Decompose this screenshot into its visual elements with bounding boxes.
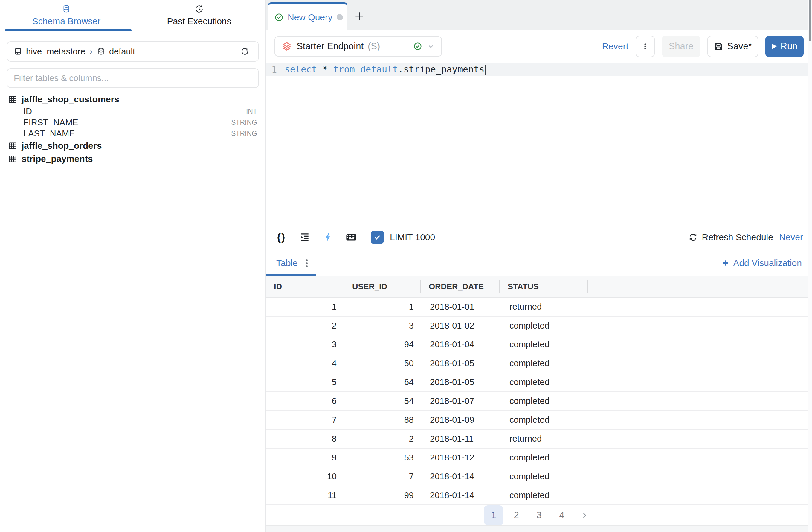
sql-editor-app: Schema Browser Past Executions (0, 0, 812, 532)
revert-button[interactable]: Revert (602, 41, 628, 52)
tab-table-results[interactable]: Table (266, 250, 316, 276)
schema-column-item[interactable]: LAST_NAME STRING (8, 128, 259, 139)
cell-id: 3 (266, 340, 344, 349)
cell-status: returned (500, 434, 588, 444)
cell-status: completed (500, 415, 588, 425)
page-button[interactable]: 4 (552, 505, 571, 525)
sidebar: Schema Browser Past Executions (0, 0, 266, 532)
table-row: 1 1 2018-01-01 returned (266, 298, 812, 317)
cell-id: 9 (266, 453, 344, 463)
share-button[interactable]: Share (662, 36, 700, 57)
format-code-button[interactable]: {} (275, 232, 288, 243)
next-page-button[interactable] (575, 505, 594, 525)
cell-id: 1 (266, 302, 344, 312)
cell-order-date: 2018-01-11 (421, 434, 500, 444)
breadcrumb-separator: › (89, 47, 93, 56)
run-button[interactable]: Run (765, 36, 803, 57)
indent-button[interactable] (299, 232, 311, 243)
column-type: STRING (231, 129, 259, 138)
database-icon (62, 4, 71, 13)
tab-new-query[interactable]: New Query (268, 2, 347, 30)
cell-order-date: 2018-01-14 (421, 472, 500, 481)
page-button[interactable]: 3 (529, 505, 549, 525)
save-button[interactable]: Save* (707, 36, 758, 57)
cell-status: completed (500, 321, 588, 331)
page-button[interactable]: 1 (484, 505, 504, 525)
table-tab-kebab-icon[interactable] (306, 260, 308, 267)
cell-status: completed (500, 490, 588, 500)
cell-order-date: 2018-01-12 (421, 453, 500, 463)
add-tab-button[interactable] (347, 2, 371, 30)
sidebar-tab-label: Past Executions (167, 16, 231, 26)
table-name: jaffle_shop_customers (21, 94, 119, 104)
schema-table-item[interactable]: stripe_payments (8, 152, 259, 166)
refresh-schedule-label: Refresh Schedule (702, 232, 773, 242)
vertical-scrollbar-track[interactable] (808, 0, 812, 532)
table-row: 10 7 2018-01-14 completed (266, 467, 812, 486)
tab-past-executions[interactable]: Past Executions (133, 0, 265, 30)
cell-order-date: 2018-01-04 (421, 340, 500, 349)
schema-table-item[interactable]: jaffle_shop_orders (8, 139, 259, 152)
endpoint-layers-icon (281, 41, 292, 52)
schema-column-item[interactable]: FIRST_NAME STRING (8, 117, 259, 128)
schema-column-item[interactable]: ID INT (8, 106, 259, 117)
schema-breadcrumb-box: hive_metastore › default (6, 41, 259, 62)
schema-table-item[interactable]: jaffle_shop_customers (8, 93, 259, 106)
save-button-label: Save* (727, 41, 752, 52)
horizontal-scrollbar-track[interactable] (266, 526, 812, 532)
history-clock-icon (194, 4, 204, 13)
column-name: LAST_NAME (23, 129, 75, 139)
autocomplete-button[interactable] (322, 232, 334, 242)
cell-user-id: 2 (344, 434, 421, 444)
refresh-schema-button[interactable] (231, 42, 258, 61)
braces-icon: {} (277, 232, 286, 243)
endpoint-selector[interactable]: Starter Endpoint (S) (274, 36, 442, 57)
plus-icon (354, 11, 365, 22)
cell-user-id: 7 (344, 472, 421, 481)
sql-editor[interactable]: 1 select * from default.stripe_payments (266, 63, 812, 225)
page-button[interactable]: 2 (506, 505, 526, 525)
cell-id: 5 (266, 377, 344, 387)
sync-icon (688, 233, 698, 242)
filter-input[interactable] (7, 69, 258, 87)
tab-schema-browser[interactable]: Schema Browser (0, 0, 133, 30)
cell-status: completed (500, 340, 588, 349)
table-grid-icon (8, 141, 17, 151)
cell-user-id: 50 (344, 359, 421, 368)
breadcrumb-catalog[interactable]: hive_metastore (26, 47, 85, 57)
cell-status: completed (500, 453, 588, 463)
table-grid-icon (8, 154, 17, 164)
unsaved-indicator-dot (337, 14, 343, 20)
add-visualization-button[interactable]: Add Visualization (721, 258, 802, 268)
more-options-button[interactable] (636, 36, 655, 57)
line-number: 1 (266, 64, 277, 75)
limit-toggle[interactable]: LIMIT 1000 (371, 231, 435, 244)
sql-code: select * from default.stripe_payments (285, 64, 485, 75)
cell-id: 6 (266, 396, 344, 406)
column-header-user-id[interactable]: USER_ID (344, 276, 421, 297)
limit-checkbox[interactable] (371, 231, 384, 244)
results-tab-label: Table (276, 258, 298, 268)
cell-id: 8 (266, 434, 344, 444)
limit-label: LIMIT 1000 (390, 232, 435, 242)
cell-order-date: 2018-01-01 (421, 302, 500, 312)
cell-status: completed (500, 377, 588, 387)
table-row: 3 94 2018-01-04 completed (266, 335, 812, 354)
table-row: 2 3 2018-01-02 completed (266, 317, 812, 335)
filter-input-box (6, 68, 259, 88)
column-name: ID (23, 107, 32, 116)
vertical-scrollbar-thumb[interactable] (809, 0, 811, 41)
cell-status: completed (500, 396, 588, 406)
checkbox-check-icon (373, 233, 381, 241)
cell-user-id: 64 (344, 377, 421, 387)
refresh-schedule-value[interactable]: Never (779, 232, 803, 242)
keyboard-shortcuts-button[interactable] (345, 231, 358, 243)
breadcrumb-schema[interactable]: default (109, 47, 135, 57)
column-header-id[interactable]: ID (266, 276, 344, 297)
cell-user-id: 53 (344, 453, 421, 463)
active-code-line[interactable]: 1 select * from default.stripe_payments (266, 63, 812, 76)
column-header-status[interactable]: STATUS (500, 276, 588, 297)
cell-user-id: 1 (344, 302, 421, 312)
table-row: 11 99 2018-01-14 completed (266, 486, 812, 505)
column-header-order-date[interactable]: ORDER_DATE (421, 276, 500, 297)
